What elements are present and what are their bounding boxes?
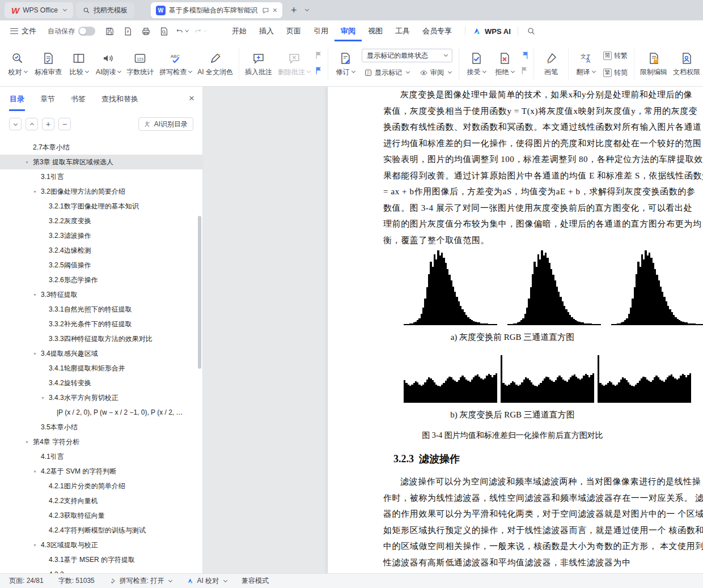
- print-button[interactable]: [139, 25, 152, 37]
- sidebar-tab-contents[interactable]: 目录: [9, 87, 25, 111]
- sidebar-scrollbar-thumb[interactable]: [198, 216, 201, 369]
- comment-bubble-icon[interactable]: [262, 7, 269, 14]
- insert-comment-button[interactable]: 插入批注: [242, 45, 275, 83]
- proofread-button[interactable]: 校对: [3, 45, 32, 83]
- toc-item[interactable]: 4.2.2支持向量机: [0, 493, 202, 508]
- toc-item[interactable]: 3.2.5阈值操作: [0, 258, 202, 272]
- toc-item[interactable]: 2.7本章小结: [0, 140, 202, 155]
- simplified-to-traditional-button[interactable]: 简 转繁: [601, 49, 630, 62]
- tab-list-chevron-icon[interactable]: [305, 7, 309, 11]
- ink-pen-button[interactable]: 画笔: [537, 45, 565, 83]
- word-count-button[interactable]: 123 字数统计: [124, 45, 156, 83]
- sidebar-tab-find-replace[interactable]: 查找和替换: [101, 87, 139, 111]
- menu-tab-工具[interactable]: 工具: [389, 21, 416, 41]
- toc-item[interactable]: 3.2.4边缘检测: [0, 243, 202, 258]
- menu-tab-开始[interactable]: 开始: [226, 21, 253, 41]
- expand-arrow-icon[interactable]: ▼: [33, 352, 41, 356]
- tab-wps-office[interactable]: W WPS Office: [5, 2, 73, 18]
- document-page[interactable]: 灰度变换是图像处理中最简单的技术，如果x和y分别是处理前和处理后的像 素值，灰度…: [328, 87, 703, 573]
- toc-item[interactable]: 3.2.2灰度变换: [0, 214, 202, 228]
- menu-tab-会员专享[interactable]: 会员专享: [416, 21, 458, 41]
- translate-button[interactable]: 文A 翻译: [571, 45, 600, 83]
- save-button[interactable]: [103, 25, 116, 37]
- undo-button[interactable]: [176, 25, 188, 37]
- expand-arrow-icon[interactable]: ▼: [33, 543, 41, 547]
- search-button[interactable]: [525, 25, 537, 37]
- compare-button[interactable]: 比较: [65, 45, 93, 83]
- body-paragraph[interactable]: 滤波操作可以分为空间滤波和频率域滤波两种，当对图像像素进行的是线性操 作时，被称…: [383, 474, 703, 570]
- toc-item[interactable]: ▼3.4提取感兴趣区域: [0, 346, 202, 361]
- toc-item[interactable]: 4.2.4字符判断模型的训练与测试: [0, 523, 202, 538]
- toc-item[interactable]: 4.2.1图片分类的简单介绍: [0, 479, 202, 493]
- expand-all-button[interactable]: [26, 118, 38, 130]
- previous-comment-button[interactable]: [314, 50, 324, 62]
- toc-item[interactable]: 4.3.2: [0, 567, 202, 573]
- ai-proofread-status[interactable]: AI 校对: [187, 576, 227, 586]
- expand-arrow-icon[interactable]: ▼: [33, 190, 41, 194]
- tab-template-store[interactable]: 找稻壳模板: [76, 2, 134, 18]
- toc-item[interactable]: 4.2.3获取特征向量: [0, 508, 202, 523]
- spell-check-status[interactable]: A 拼写检查: 打开: [109, 576, 172, 586]
- menu-tab-引用[interactable]: 引用: [307, 21, 334, 41]
- reject-change-button[interactable]: 拒绝: [490, 45, 519, 83]
- toc-item[interactable]: 3.4.2旋转变换: [0, 376, 202, 390]
- close-doc-tab-icon[interactable]: ×: [273, 6, 277, 15]
- close-sidebar-icon[interactable]: ×: [189, 93, 194, 103]
- file-menu-button[interactable]: 文件: [7, 26, 40, 36]
- toc-item[interactable]: ▼4.3区域提取与校正: [0, 538, 202, 552]
- toc-item[interactable]: ▼第3章 提取车牌区域候选人: [0, 155, 202, 169]
- toc-item[interactable]: 3.1引言: [0, 169, 202, 184]
- toc-item[interactable]: 3.2.6形态学操作: [0, 272, 202, 287]
- toc-item[interactable]: 3.5本章小结: [0, 420, 202, 434]
- toc-item[interactable]: ▼4.2基于 SVM 的字符判断: [0, 464, 202, 479]
- autosave-toggle[interactable]: [78, 27, 95, 36]
- menu-tab-插入[interactable]: 插入: [253, 21, 280, 41]
- next-change-button[interactable]: [520, 66, 530, 78]
- toc-item[interactable]: 3.3.2补光条件下的特征提取: [0, 317, 202, 331]
- sidebar-tab-chapters[interactable]: 章节: [40, 87, 56, 111]
- expand-arrow-icon[interactable]: ▼: [33, 470, 41, 474]
- tab-document[interactable]: W 基于多模型融合的车牌智能识 ×: [151, 2, 282, 18]
- reviewers-button[interactable]: 审阅: [417, 66, 454, 79]
- toc-item[interactable]: ▼3.4.3水平方向剪切校正: [0, 390, 202, 405]
- delete-comment-button[interactable]: 删除批注: [275, 45, 313, 83]
- new-tab-icon[interactable]: +: [291, 5, 297, 15]
- toc-item[interactable]: 4.3.1基于 MSER 的字符提取: [0, 552, 202, 567]
- toc-item[interactable]: ▼3.3特征提取: [0, 287, 202, 302]
- traditional-to-simplified-button[interactable]: 繁 转简: [601, 66, 630, 79]
- toc-item[interactable]: ▼第4章 字符分析: [0, 434, 202, 449]
- toc-item[interactable]: 3.2.3滤波操作: [0, 228, 202, 243]
- markup-state-dropdown[interactable]: 显示标记的最终状态: [362, 49, 452, 62]
- ai-read-aloud-button[interactable]: AI朗读: [93, 45, 124, 83]
- page-indicator[interactable]: 页面: 24/81: [9, 576, 44, 586]
- show-markup-button[interactable]: 显示标记: [362, 66, 412, 79]
- toc-item[interactable]: 4.1引言: [0, 449, 202, 464]
- menu-tab-页面[interactable]: 页面: [280, 21, 307, 41]
- expand-arrow-icon[interactable]: ▼: [33, 293, 41, 297]
- document-permission-button[interactable]: 文档权限: [670, 45, 703, 83]
- collapse-all-button[interactable]: [9, 118, 22, 130]
- zoom-in-outline-button[interactable]: +: [42, 118, 54, 130]
- toc-item[interactable]: 3.3.1自然光照下的特征提取: [0, 302, 202, 317]
- previous-change-button[interactable]: [520, 50, 530, 62]
- redo-button[interactable]: [194, 25, 206, 37]
- zoom-out-outline-button[interactable]: −: [58, 118, 71, 130]
- toc-item[interactable]: ▼3.2图像处理方法的简要介绍: [0, 184, 202, 199]
- sidebar-tab-bookmarks[interactable]: 书签: [70, 87, 86, 111]
- toc-item[interactable]: 3.2.1数字图像处理的基本知识: [0, 199, 202, 214]
- standard-review-button[interactable]: 标准审查: [32, 45, 65, 83]
- next-comment-button[interactable]: [314, 66, 324, 78]
- expand-arrow-icon[interactable]: ▼: [41, 396, 49, 400]
- export-pdf-button[interactable]: P: [121, 25, 134, 37]
- toc-item[interactable]: |P (x / 2, 0), P (w − x / 2 −1, 0), P (x…: [0, 405, 202, 420]
- wps-ai-button[interactable]: WPS AI: [472, 27, 511, 36]
- spell-check-button[interactable]: ABC 拼写检查: [156, 45, 194, 83]
- track-changes-button[interactable]: 修订: [331, 45, 359, 83]
- section-heading[interactable]: 3.2.3 滤波操作: [393, 452, 703, 466]
- toc-item[interactable]: 3.3.3四种特征提取方法的效果对比: [0, 331, 202, 346]
- expand-arrow-icon[interactable]: ▼: [25, 440, 33, 444]
- accept-change-button[interactable]: 接受: [462, 45, 490, 83]
- ai-recognize-toc-button[interactable]: AI识别目录: [138, 117, 193, 131]
- menu-tab-视图[interactable]: 视图: [362, 21, 389, 41]
- toc-item[interactable]: 3.4.1轮廓提取和矩形合并: [0, 361, 202, 376]
